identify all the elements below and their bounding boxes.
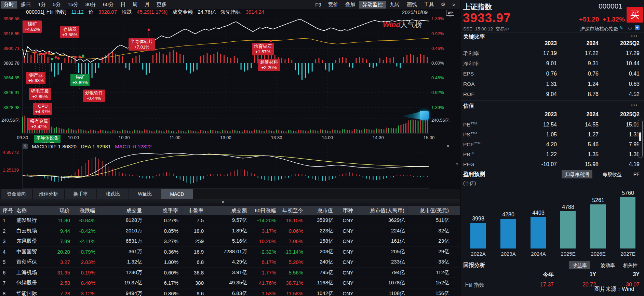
tool-F9[interactable]: F9: [312, 1, 324, 8]
col-header-市盈率[interactable]: 市盈率: [182, 206, 207, 215]
forecast-tab-归母净利润[interactable]: 归母净利润: [562, 170, 592, 178]
ratio-label: 毛利率: [463, 50, 479, 57]
ratio-value: 1.22: [546, 151, 557, 158]
sector-tag-钴矿[interactable]: 钴矿+3.89%: [70, 74, 90, 86]
period-tab-5分[interactable]: 5分: [50, 1, 64, 9]
period-tab-月[interactable]: 月: [142, 1, 153, 9]
period-tab-60分[interactable]: 60分: [100, 1, 117, 9]
period-tab-15分[interactable]: 15分: [65, 1, 82, 9]
edit-pencil-icon[interactable]: ✎: [619, 25, 623, 31]
cell-ytd: 0.06%: [279, 228, 306, 234]
table-row[interactable]: 8华能国际7.283.12%9494万0.86%9.66.83亿1.53%11.…: [0, 288, 460, 296]
cell-mcap_cny: 205亿: [357, 248, 408, 255]
stock-table-header[interactable]: 序号名称现价涨跌幅成交量换手率市盈率成交额60日涨幅年初至今总市值币种总市值(人…: [0, 206, 460, 215]
col-header-序号[interactable]: 序号: [0, 206, 14, 215]
col-header-总市值(美元)[interactable]: 总市值(美元): [408, 206, 452, 215]
col-header-总市值[interactable]: 总市值: [306, 206, 336, 215]
returns-tab-收益率[interactable]: 收益率: [569, 261, 590, 269]
tool-异动监控[interactable]: 异动监控: [359, 1, 386, 9]
returns-tab-波动率[interactable]: 波动率: [597, 261, 618, 269]
menu-dots-icon[interactable]: •••: [631, 33, 638, 39]
sector-tag-炒股软件[interactable]: 炒股软件-0.44%: [83, 90, 105, 102]
index-group-label[interactable]: 沪深市场核心指数: [566, 26, 618, 32]
tab-涨停分析[interactable]: 涨停分析: [33, 189, 64, 199]
tool-工具[interactable]: 工具: [421, 1, 437, 9]
sector-tag-存储器[interactable]: 存储器+3.58%: [60, 26, 79, 38]
sector-tag-镍矿[interactable]: 镍矿+4.62%: [23, 21, 42, 33]
forecast-tab-PE[interactable]: PE: [630, 170, 643, 178]
cell-ytd: -13.14%: [279, 249, 306, 255]
add-plus-icon[interactable]: +: [635, 25, 640, 30]
tool-竞价[interactable]: 竞价: [325, 1, 341, 9]
cell-name: 东风股份: [14, 238, 52, 244]
col-header-币种[interactable]: 币种: [336, 206, 357, 215]
returns-tab-相关性[interactable]: 相关性: [620, 261, 641, 269]
sector-tag-培育钻石[interactable]: 培育钻石+1.57%: [252, 43, 274, 55]
alert-bell-icon[interactable]: [628, 26, 632, 30]
tab-资金流向[interactable]: 资金流向: [1, 189, 32, 199]
sector-tag-半导体设备[interactable]: 半导体设备+0.57%: [34, 135, 61, 143]
tool-叠加[interactable]: 叠加: [342, 1, 359, 9]
table-row[interactable]: 5首创环保3.272.83%1.32亿1.80%6.84.29亿6.17%5.2…: [0, 257, 460, 268]
panel-splitter[interactable]: «: [0, 199, 460, 206]
ratio-value: 1.31: [546, 81, 557, 87]
table-row[interactable]: 3东风股份7.89-2.11%6531万3.27%2595.16亿10.20%7…: [0, 236, 460, 247]
tab-W量比[interactable]: W量比: [129, 189, 161, 199]
col-header-成交额[interactable]: 成交额: [207, 206, 250, 215]
period-tab-分时[interactable]: 分时: [1, 1, 17, 9]
tab-涨跌比[interactable]: 涨跌比: [97, 189, 129, 199]
table-row[interactable]: 4中国国贸20.20-0.79%361万0.36%16.97288.01万-2.…: [0, 247, 460, 257]
sector-tag-半导体硅片[interactable]: 半导体硅片+7.01%: [129, 38, 155, 51]
period-tab-周[interactable]: 周: [130, 1, 141, 9]
tab-换手率[interactable]: 换手率: [65, 189, 96, 199]
cell-mcap_usd: 156亿: [408, 290, 452, 296]
sidebar-scrollbar[interactable]: [638, 120, 643, 158]
index-price: 3933.97: [463, 11, 511, 25]
sector-tag-稀有金属[interactable]: 稀有金属+3.42%: [28, 118, 50, 130]
gear-icon[interactable]: ⚙: [438, 1, 448, 8]
buy-button[interactable]: 买: [627, 7, 643, 23]
quote-segment: 成交金额: [172, 9, 193, 15]
tab-MACD[interactable]: MACD: [161, 189, 193, 199]
col-header-涨跌幅[interactable]: 涨跌幅: [73, 206, 98, 215]
period-tab-30分[interactable]: 30分: [82, 1, 99, 9]
forecast-bar: [590, 204, 606, 248]
table-row[interactable]: 6上海机场31.950.19%1230万0.60%36.83.91亿1.77%-…: [0, 268, 460, 278]
collapse-chevron-icon[interactable]: «: [220, 201, 225, 203]
macd-panel[interactable]: ? MACD DIF 1.86820DEA 1.92981MACD -0.123…: [0, 143, 460, 189]
cell-mcap_usd: 32亿: [408, 228, 452, 234]
menu-dots-icon[interactable]: •••: [631, 103, 638, 108]
period-tab-更多[interactable]: 更多: [153, 1, 170, 9]
col-header-名称[interactable]: 名称: [14, 206, 52, 215]
col-header-换手率[interactable]: 换手率: [145, 206, 182, 215]
cell-pe: 9.6: [182, 291, 207, 296]
sector-tag-锂电正极[interactable]: 锂电正极+2.85%: [29, 88, 51, 100]
help-icon[interactable]: ?: [23, 144, 28, 149]
panel-expand-icon[interactable]: »: [456, 161, 458, 166]
ratio-label: ROA: [463, 81, 475, 87]
time-axis-label: 13:30: [271, 135, 282, 140]
cell-d60: 41.76%: [250, 280, 279, 286]
col-header-60日涨幅[interactable]: 60日涨幅: [250, 206, 279, 215]
sector-tag-超硬材料[interactable]: 超硬材料+2.20%: [258, 59, 280, 71]
period-tab-1分[interactable]: 1分: [35, 1, 49, 9]
sector-tag-铜产业[interactable]: 铜产业+5.93%: [26, 72, 45, 84]
col-header-现价[interactable]: 现价: [52, 206, 73, 215]
tool-九转[interactable]: 九转: [387, 1, 403, 9]
table-row[interactable]: 2白云机场9.44-0.42%2010万0.85%18.01.89亿3.17%0…: [0, 226, 460, 237]
intraday-chart-panel[interactable]: Wind人气榜 3936.581.39%3918.650.92%3900.710…: [0, 15, 460, 143]
col-header-总市值(人民币)[interactable]: 总市值(人民币): [357, 206, 408, 215]
sector-tag-GPU[interactable]: GPU+4.37%: [33, 103, 52, 115]
col-header-年初至今[interactable]: 年初至今: [279, 206, 306, 215]
toolbar-more-icon[interactable]: >: [449, 1, 458, 8]
col-header-成交量[interactable]: 成交量: [98, 206, 145, 215]
table-row[interactable]: 1浦发银行11.80-0.84%8128万0.27%7.59.57亿-14.20…: [0, 215, 460, 226]
period-tab-日[interactable]: 日: [118, 1, 129, 9]
scrollbar-thumb[interactable]: [639, 132, 641, 141]
period-tab-多日[interactable]: 多日: [18, 1, 34, 9]
close-icon[interactable]: ×: [446, 143, 450, 150]
forecast-tab-每股收益[interactable]: 每股收益: [599, 170, 625, 178]
ratio-value: 9.04: [546, 91, 557, 97]
table-row[interactable]: 7包钢股份2.588.40%19.37亿6.17%38049.35亿41.76%…: [0, 278, 460, 288]
tool-画线[interactable]: 画线: [404, 1, 420, 9]
